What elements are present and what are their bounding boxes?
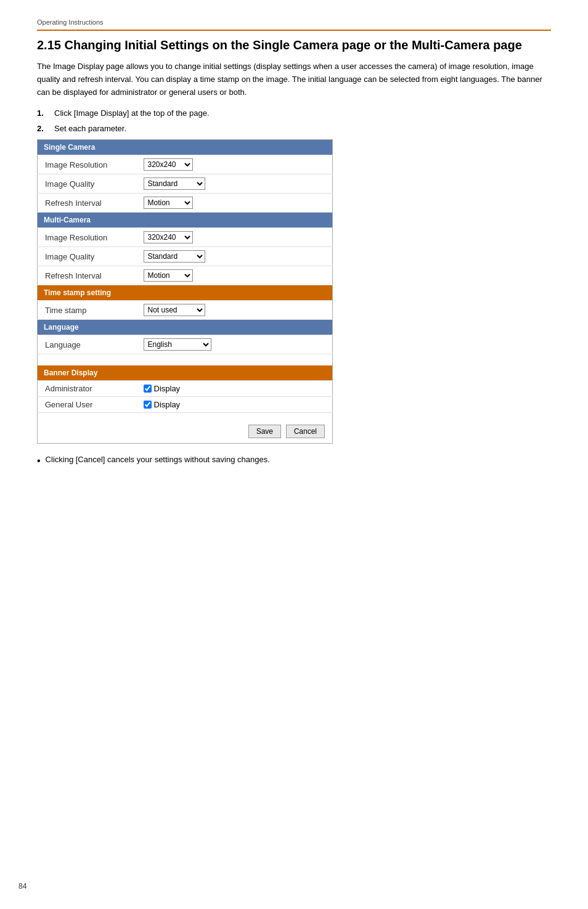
section-header-multi-camera: Multi-Camera: [38, 213, 333, 228]
administrator-checkbox-row: Display: [144, 384, 325, 393]
administrator-checkbox[interactable]: [144, 385, 152, 393]
save-button[interactable]: Save: [248, 425, 281, 438]
page-number: 84: [18, 882, 27, 891]
language-select[interactable]: English Japanese French German Spanish I…: [144, 338, 211, 351]
intro-text: The Image Display page allows you to cha…: [37, 60, 551, 99]
row-single-image-quality: Image Quality Standard Fine Low: [38, 174, 333, 194]
single-refresh-interval-select[interactable]: Motion 1s 2s 3s: [144, 197, 193, 209]
row-multi-refresh-interval: Refresh Interval Motion 1s 2s 3s: [38, 266, 333, 285]
save-cancel-row: Save Cancel: [38, 420, 333, 444]
top-rule: [37, 30, 551, 31]
breadcrumb: Operating Instructions: [37, 18, 551, 26]
row-single-image-resolution: Image Resolution 320x240 640x480: [38, 155, 333, 174]
single-image-resolution-select[interactable]: 320x240 640x480: [144, 158, 193, 171]
general-user-display-label: Display: [154, 400, 181, 409]
timestamp-select[interactable]: Not used Date Date/Time: [144, 304, 205, 316]
multi-image-quality-select[interactable]: Standard Fine Low: [144, 250, 205, 263]
single-image-quality-select[interactable]: Standard Fine Low: [144, 177, 205, 190]
row-general-user: General User Display: [38, 396, 333, 412]
settings-table: Single Camera Image Resolution 320x240 6…: [37, 139, 333, 444]
row-timestamp: Time stamp Not used Date Date/Time: [38, 301, 333, 320]
general-user-checkbox[interactable]: [144, 401, 152, 409]
administrator-display-label: Display: [154, 384, 181, 393]
section-header-single-camera: Single Camera: [38, 140, 333, 155]
row-multi-image-quality: Image Quality Standard Fine Low: [38, 247, 333, 266]
section-header-timestamp: Time stamp setting: [38, 285, 333, 301]
section-title: 2.15 Changing Initial Settings on the Si…: [37, 37, 551, 53]
row-language: Language English Japanese French German …: [38, 335, 333, 354]
multi-image-resolution-select[interactable]: 320x240 640x480: [144, 231, 193, 243]
row-single-refresh-interval: Refresh Interval Motion 1s 2s 3s: [38, 194, 333, 213]
row-multi-image-resolution: Image Resolution 320x240 640x480: [38, 228, 333, 247]
section-header-language: Language: [38, 320, 333, 335]
blank-row-2: [38, 412, 333, 420]
bullet-item: • Clicking [Cancel] cancels your setting…: [37, 455, 551, 467]
general-user-checkbox-row: Display: [144, 400, 325, 409]
section-header-banner: Banner Display: [38, 365, 333, 381]
bullet-text: Clicking [Cancel] cancels your settings …: [46, 455, 270, 464]
blank-row-1: [38, 354, 333, 365]
cancel-button[interactable]: Cancel: [286, 425, 325, 438]
step-2: 2. Set each parameter.: [37, 124, 551, 133]
multi-refresh-interval-select[interactable]: Motion 1s 2s 3s: [144, 269, 193, 282]
bullet-dot: •: [37, 455, 41, 467]
page-wrapper: Operating Instructions 2.15 Changing Ini…: [0, 0, 588, 504]
row-administrator: Administrator Display: [38, 380, 333, 396]
step-1: 1. Click [Image Display] at the top of t…: [37, 108, 551, 118]
